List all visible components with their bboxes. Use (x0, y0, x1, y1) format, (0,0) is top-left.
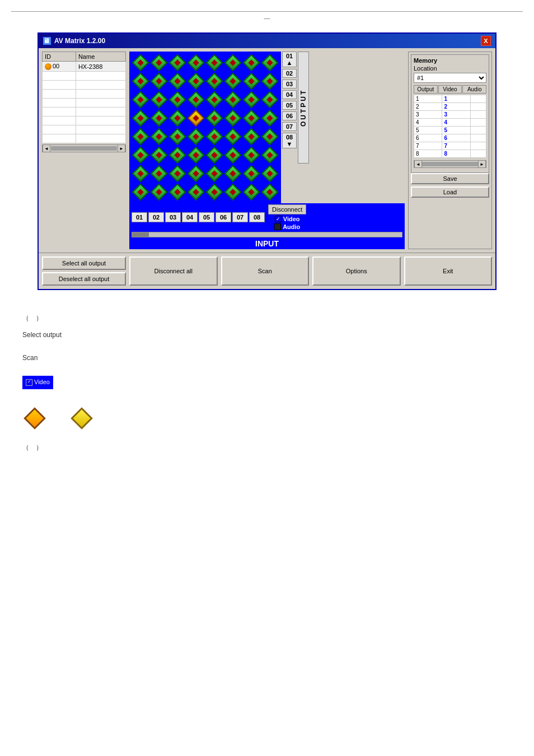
cell-3-7[interactable] (242, 91, 260, 109)
cell-3-8[interactable] (261, 91, 279, 109)
cell-1-5[interactable] (205, 54, 223, 72)
cell-7-7[interactable] (242, 165, 260, 183)
close-button[interactable]: X (481, 36, 491, 46)
cell-5-3[interactable] (168, 128, 186, 146)
output-06[interactable]: 06 (282, 111, 297, 120)
cell-3-6[interactable] (224, 91, 242, 109)
cell-5-4[interactable] (187, 128, 205, 146)
mem-scrollbar[interactable]: ◄ ► (414, 160, 486, 168)
cell-5-7[interactable] (242, 128, 260, 146)
save-button[interactable]: Save (411, 173, 489, 184)
input-04[interactable]: 04 (182, 212, 198, 222)
cell-5-6[interactable] (224, 128, 242, 146)
scroll-left-arrow[interactable]: ◄ (43, 144, 50, 152)
cell-4-4[interactable] (187, 109, 205, 127)
cell-4-6[interactable] (224, 109, 242, 127)
scan-button[interactable]: Scan (221, 256, 310, 286)
disconnect-button[interactable]: Disconnect (268, 204, 306, 214)
cell-3-4[interactable] (187, 91, 205, 109)
exit-button[interactable]: Exit (404, 256, 493, 286)
cell-8-7[interactable] (242, 183, 260, 201)
cell-7-1[interactable] (132, 165, 149, 183)
cell-2-7[interactable] (242, 72, 260, 90)
cell-1-4[interactable] (187, 54, 205, 72)
cell-5-5[interactable] (205, 128, 223, 146)
audio-checkbox[interactable] (274, 223, 281, 230)
cell-4-2[interactable] (150, 109, 168, 127)
mem-header-video[interactable]: Video (438, 85, 462, 94)
disconnect-all-button[interactable]: Disconnect all (129, 256, 218, 286)
cell-7-5[interactable] (205, 165, 223, 183)
cell-4-7[interactable] (242, 109, 260, 127)
cell-6-4[interactable] (187, 146, 205, 164)
cell-8-2[interactable] (150, 183, 168, 201)
cell-1-7[interactable] (242, 54, 260, 72)
input-06[interactable]: 06 (216, 212, 231, 222)
mem-header-audio[interactable]: Audio (462, 85, 486, 94)
scroll-right-arrow[interactable]: ► (118, 144, 125, 152)
video-checkbox[interactable]: ✓ (275, 216, 282, 222)
cell-5-1[interactable] (132, 128, 149, 146)
device-row[interactable]: 00 HX-2388 (43, 62, 126, 72)
cell-2-1[interactable] (132, 72, 149, 90)
cell-6-7[interactable] (242, 146, 260, 164)
cell-4-8[interactable] (261, 109, 279, 127)
cell-2-8[interactable] (261, 72, 279, 90)
input-02[interactable]: 02 (148, 212, 164, 222)
options-button[interactable]: Options (312, 256, 401, 286)
cell-4-1[interactable] (132, 109, 149, 127)
select-all-output-button[interactable]: Select all output (42, 256, 126, 270)
output-02[interactable]: 02 (282, 69, 297, 78)
cell-8-1[interactable] (132, 183, 149, 201)
cell-3-5[interactable] (205, 91, 223, 109)
cell-2-3[interactable] (168, 72, 186, 90)
cell-7-8[interactable] (261, 165, 279, 183)
input-scrollbar[interactable] (132, 231, 402, 238)
cell-6-8[interactable] (261, 146, 279, 164)
cell-8-8[interactable] (261, 183, 279, 201)
cell-7-6[interactable] (224, 165, 242, 183)
cell-3-3[interactable] (168, 91, 186, 109)
deselect-all-output-button[interactable]: Deselect all output (42, 272, 126, 286)
input-03[interactable]: 03 (165, 212, 181, 222)
cell-1-2[interactable] (150, 54, 168, 72)
location-select[interactable]: #1 #2 #3 (414, 73, 486, 83)
cell-8-3[interactable] (168, 183, 186, 201)
input-08[interactable]: 08 (249, 212, 265, 222)
output-04[interactable]: 04 (282, 90, 297, 99)
input-07[interactable]: 07 (232, 212, 248, 222)
left-scrollbar[interactable]: ◄ ► (42, 144, 126, 152)
cell-6-5[interactable] (205, 146, 223, 164)
cell-7-4[interactable] (187, 165, 205, 183)
cell-3-2[interactable] (150, 91, 168, 109)
cell-8-5[interactable] (205, 183, 223, 201)
cell-2-5[interactable] (205, 72, 223, 90)
cell-1-1[interactable] (132, 54, 149, 72)
cell-4-5[interactable] (205, 109, 223, 127)
cell-8-4[interactable] (187, 183, 205, 201)
mem-scroll-right[interactable]: ► (478, 160, 486, 168)
cell-2-6[interactable] (224, 72, 242, 90)
cell-1-6[interactable] (224, 54, 242, 72)
input-01[interactable]: 01 (132, 212, 147, 222)
mem-scroll-left[interactable]: ◄ (414, 160, 422, 168)
cell-6-3[interactable] (168, 146, 186, 164)
output-08[interactable]: 08 ▼ (282, 133, 297, 148)
input-05[interactable]: 05 (199, 212, 214, 222)
cell-6-6[interactable] (224, 146, 242, 164)
output-05[interactable]: 05 (282, 101, 297, 110)
cell-6-1[interactable] (132, 146, 149, 164)
output-01[interactable]: 01 ▲ (282, 52, 297, 67)
cell-4-3[interactable] (168, 109, 186, 127)
input-scroll-track[interactable] (132, 232, 402, 237)
cell-7-2[interactable] (150, 165, 168, 183)
cell-6-2[interactable] (150, 146, 168, 164)
cell-1-3[interactable] (168, 54, 186, 72)
output-07[interactable]: 07 (282, 122, 297, 131)
mem-header-output[interactable]: Output (414, 85, 438, 94)
load-button[interactable]: Load (411, 186, 489, 198)
cell-2-4[interactable] (187, 72, 205, 90)
input-scroll-thumb[interactable] (132, 232, 149, 237)
cell-5-8[interactable] (261, 128, 279, 146)
cell-5-2[interactable] (150, 128, 168, 146)
